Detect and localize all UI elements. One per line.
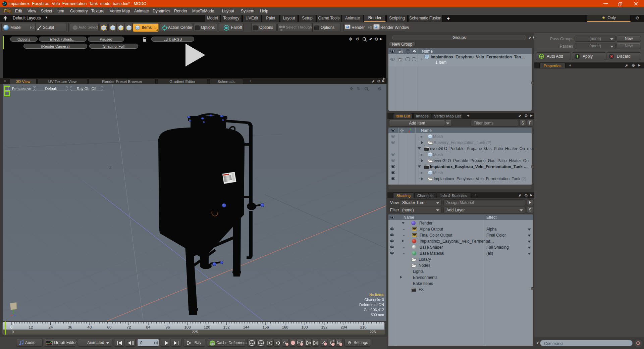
svg-text:12: 12: [29, 325, 33, 329]
svg-text:96: 96: [166, 325, 170, 329]
svg-text:108: 108: [184, 325, 191, 329]
svg-text:168: 168: [282, 325, 288, 329]
svg-text:120: 120: [204, 325, 210, 329]
svg-text:-Z: -Z: [108, 165, 112, 169]
svg-text:204: 204: [340, 325, 347, 329]
svg-text:36: 36: [68, 325, 72, 329]
svg-text:192: 192: [321, 325, 327, 329]
svg-text:0: 0: [10, 325, 12, 329]
svg-text:144: 144: [243, 325, 250, 329]
svg-text:24: 24: [49, 325, 53, 329]
svg-text:132: 132: [223, 325, 229, 329]
svg-text:216: 216: [360, 325, 366, 329]
svg-text:48: 48: [88, 325, 92, 329]
svg-text:72: 72: [127, 325, 131, 329]
svg-text:180: 180: [301, 325, 308, 329]
svg-text:60: 60: [107, 325, 112, 329]
svg-text:156: 156: [262, 325, 269, 329]
svg-text:84: 84: [146, 325, 151, 329]
